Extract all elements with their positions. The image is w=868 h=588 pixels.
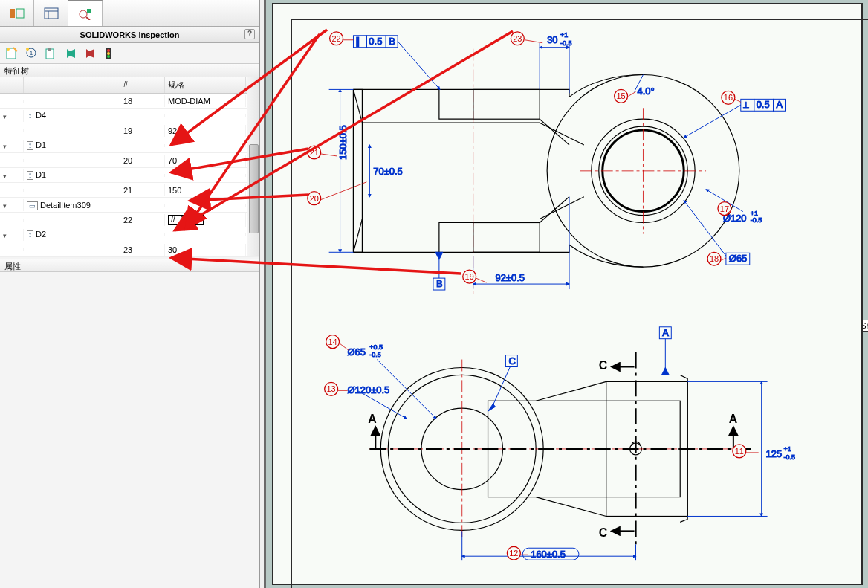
svg-text:21: 21 bbox=[310, 148, 319, 157]
svg-line-115 bbox=[525, 40, 542, 43]
balloon-12[interactable]: 12 bbox=[507, 546, 520, 560]
svg-rect-20 bbox=[473, 89, 540, 119]
tree-group-row[interactable]: ▾⟟D1 bbox=[0, 138, 259, 153]
dim-125-up: +1 bbox=[784, 445, 791, 453]
dim-d120-top-lo: -0.5 bbox=[751, 216, 762, 224]
svg-line-6 bbox=[86, 17, 90, 20]
svg-text:19: 19 bbox=[465, 272, 474, 281]
svg-text:A: A bbox=[662, 327, 669, 338]
dim-125-lo: -0.5 bbox=[784, 453, 795, 461]
tool-play-red-icon[interactable] bbox=[80, 45, 98, 62]
tree-data-row[interactable]: 2070 bbox=[0, 153, 259, 168]
tool-new-report[interactable] bbox=[3, 45, 21, 62]
tool-clip-icon[interactable] bbox=[42, 45, 59, 62]
dim-160-frame: 160±0.5 bbox=[522, 548, 579, 560]
svg-text:14: 14 bbox=[328, 337, 337, 346]
balloon-17[interactable]: 17 bbox=[718, 202, 731, 216]
tree-data-row[interactable]: 21150 bbox=[0, 183, 259, 198]
svg-text:B: B bbox=[389, 36, 395, 47]
row-spec: 70 bbox=[165, 155, 246, 167]
svg-text:18: 18 bbox=[710, 254, 719, 263]
feature-tree-header: 特征树 bbox=[0, 64, 259, 77]
dim-160: 160±0.5 bbox=[531, 549, 566, 560]
balloon-16[interactable]: 16 bbox=[722, 91, 735, 104]
expand-toggle[interactable]: ▾ bbox=[0, 199, 24, 211]
svg-text:16: 16 bbox=[724, 93, 733, 102]
svg-text:A: A bbox=[777, 99, 783, 110]
tree-group-row[interactable]: ▾▭DetailItem309 bbox=[0, 198, 259, 213]
tree-group-row[interactable]: ▾⟟D2 bbox=[0, 227, 259, 242]
svg-line-120 bbox=[735, 99, 741, 102]
balloon-19[interactable]: 19 bbox=[463, 270, 476, 283]
svg-point-12 bbox=[26, 48, 29, 51]
balloon-18[interactable]: 18 bbox=[707, 252, 721, 265]
svg-line-122 bbox=[721, 258, 726, 260]
svg-text:0.5: 0.5 bbox=[369, 36, 382, 47]
svg-text:23: 23 bbox=[513, 34, 522, 43]
tree-group-row[interactable]: ▾⟟D1 bbox=[0, 168, 259, 183]
col-spec[interactable]: 规格 bbox=[165, 77, 246, 93]
row-hash: 19 bbox=[120, 125, 165, 137]
dim-150: 150±0.5 bbox=[337, 125, 349, 160]
tab-inspection[interactable] bbox=[68, 0, 103, 26]
dim-70: 70±0.5 bbox=[373, 166, 402, 177]
col-hash[interactable]: # bbox=[120, 77, 165, 93]
tool-balloon-1[interactable]: 1 bbox=[22, 45, 40, 62]
group-label: ⟟D2 bbox=[24, 228, 120, 241]
balloon-11[interactable]: 11 bbox=[733, 445, 746, 458]
balloon-13[interactable]: 13 bbox=[325, 382, 338, 395]
tree-data-row[interactable]: 1992 bbox=[0, 123, 259, 138]
svg-point-16 bbox=[107, 49, 110, 52]
tree-group-row[interactable]: ▾⟟D4 bbox=[0, 109, 259, 123]
datum-B: B bbox=[433, 252, 445, 290]
svg-rect-0 bbox=[10, 9, 15, 18]
svg-point-18 bbox=[107, 55, 110, 58]
balloon-21[interactable]: 21 bbox=[308, 146, 321, 159]
tab-config[interactable] bbox=[0, 0, 34, 26]
tree-scrollbar[interactable] bbox=[247, 77, 259, 256]
svg-line-119 bbox=[629, 91, 636, 96]
tool-play-green-icon[interactable] bbox=[61, 45, 79, 62]
left-panel: SOLIDWORKS Inspection ? 1 特征树 # bbox=[0, 0, 260, 588]
col-name[interactable] bbox=[24, 77, 120, 93]
properties-header: 属性 bbox=[0, 259, 259, 272]
svg-text:15: 15 bbox=[617, 91, 626, 100]
expand-toggle[interactable]: ▾ bbox=[0, 169, 24, 181]
gdt-perp: ⟂ 0.5 A bbox=[684, 99, 785, 138]
dim-d120-bot: Ø120±0.5 bbox=[348, 384, 390, 395]
panel-help-icon[interactable]: ? bbox=[244, 29, 255, 39]
tree-data-row[interactable]: 22//0.5B bbox=[0, 213, 259, 227]
balloon-15[interactable]: 15 bbox=[615, 89, 628, 103]
svg-text:13: 13 bbox=[327, 384, 336, 393]
col-expand[interactable] bbox=[0, 77, 24, 93]
expand-toggle[interactable]: ▾ bbox=[0, 229, 24, 241]
dim-d65-top-frame: Ø65 bbox=[726, 253, 750, 265]
feature-tree-label: 特征树 bbox=[4, 66, 29, 75]
tree-data-row[interactable]: 2330 bbox=[0, 242, 259, 257]
tree-scroll-thumb[interactable] bbox=[249, 144, 259, 233]
gdt-parallel: ∥ 0.5 B bbox=[353, 36, 439, 90]
svg-rect-1 bbox=[16, 9, 24, 18]
tool-traffic-light-icon[interactable] bbox=[100, 45, 117, 62]
panel-title: SOLIDWORKS Inspection bbox=[80, 30, 180, 39]
expand-toggle[interactable]: ▾ bbox=[0, 140, 24, 152]
svg-rect-2 bbox=[45, 8, 58, 19]
drawing-canvas[interactable]: Sheet bbox=[264, 0, 868, 588]
svg-text:20: 20 bbox=[310, 194, 319, 203]
tree-data-row[interactable]: 18MOD-DIAM[... bbox=[0, 94, 259, 109]
tab-tree[interactable] bbox=[34, 0, 68, 26]
svg-text:B: B bbox=[436, 278, 443, 289]
row-spec: 30 bbox=[165, 244, 246, 256]
dim-4deg: 4.0° bbox=[638, 85, 655, 97]
balloon-23[interactable]: 23 bbox=[511, 32, 524, 45]
expand-toggle[interactable]: ▾ bbox=[0, 110, 24, 122]
balloon-22[interactable]: 22 bbox=[330, 32, 343, 45]
svg-line-81 bbox=[492, 366, 511, 408]
balloon-14[interactable]: 14 bbox=[326, 335, 340, 349]
section-C-bottom: C bbox=[599, 526, 608, 539]
datum-C: C bbox=[488, 355, 518, 412]
svg-point-17 bbox=[107, 52, 110, 55]
mini-toolbar: 1 bbox=[0, 43, 259, 64]
svg-text:22: 22 bbox=[332, 34, 341, 43]
balloon-20[interactable]: 20 bbox=[308, 192, 321, 205]
